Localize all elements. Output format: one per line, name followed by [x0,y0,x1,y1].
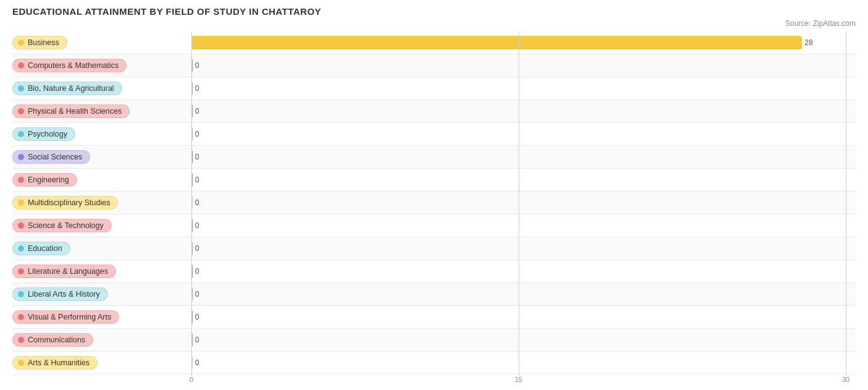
bar-container: 0 [191,237,856,260]
x-tick-label: 30 [842,376,849,383]
bar [191,196,193,210]
bar [191,104,193,118]
bar-value: 0 [195,290,199,299]
bar-container: 0 [191,169,856,191]
pill: Engineering [12,173,77,187]
pill: Arts & Humanities [12,356,98,370]
bar-container: 28 [191,32,856,54]
field-label: Business [28,38,59,47]
bar-row: Science & Technology 0 [12,214,856,237]
field-label: Physical & Health Sciences [28,107,122,116]
bar-container: 0 [191,146,856,168]
bar-row: Business 28 [12,32,856,54]
bar [191,287,193,301]
bar-row: Social Sciences 0 [12,146,856,169]
bar-value: 0 [195,221,199,230]
pill-dot [18,360,24,366]
pill-dot [18,291,24,297]
pill: Visual & Performing Arts [12,310,119,324]
field-label: Education [28,244,62,253]
pill: Bio, Nature & Agricultural [12,82,122,95]
pill-dot [18,314,24,320]
bar-label: Multidisciplinary Studies [12,196,191,210]
pill-dot [18,131,24,137]
pill: Science & Technology [12,219,112,232]
field-label: Computers & Mathematics [28,61,119,70]
bar-value: 0 [195,61,199,70]
pill-dot [18,337,24,343]
pill: Computers & Mathematics [12,59,127,72]
bar-label: Computers & Mathematics [12,59,191,72]
pill-dot [18,177,24,183]
bar-label: Liberal Arts & History [12,287,191,301]
bar-row: Liberal Arts & History 0 [12,283,856,306]
bar-value: 0 [195,130,199,138]
pill-dot [18,200,24,206]
bar [191,59,193,72]
pill-dot [18,40,24,46]
pill: Literature & Languages [12,265,116,278]
field-label: Engineering [28,176,69,184]
bar-container: 0 [191,100,856,122]
bar-label: Visual & Performing Arts [12,310,191,324]
bar-value: 0 [195,84,199,93]
field-label: Arts & Humanities [28,358,90,367]
bar-row: Psychology 0 [12,123,856,146]
bar-label: Education [12,242,191,255]
bar-container: 0 [191,214,856,237]
field-label: Multidisciplinary Studies [28,198,110,207]
bar-label: Business [12,36,191,49]
field-label: Communications [28,336,85,344]
pill: Liberal Arts & History [12,287,108,301]
source-label: Source: ZipAtlas.com [12,19,856,28]
bar-label: Literature & Languages [12,265,191,278]
field-label: Science & Technology [28,221,104,230]
pill: Psychology [12,127,75,141]
bar [191,219,193,232]
bar-row: Bio, Nature & Agricultural 0 [12,77,856,100]
bar-value: 0 [195,153,199,161]
bar-row: Literature & Languages 0 [12,260,856,283]
pill: Social Sciences [12,150,90,164]
x-tick-label: 0 [190,376,193,383]
bar-container: 0 [191,329,856,351]
bar-container: 0 [191,306,856,328]
bar-container: 0 [191,352,856,374]
bar [191,333,193,347]
pill: Multidisciplinary Studies [12,196,118,210]
pill-dot [18,223,24,229]
page-title: EDUCATIONAL ATTAINMENT BY FIELD OF STUDY… [12,6,856,17]
bar [191,356,193,370]
bar [191,310,193,324]
bar-container: 0 [191,260,856,282]
bar-value: 0 [195,313,199,321]
bar-label: Engineering [12,173,191,187]
bar-label: Science & Technology [12,219,191,232]
bar-row: Education 0 [12,237,856,260]
pill: Education [12,242,70,255]
field-label: Bio, Nature & Agricultural [28,84,114,93]
bar-container: 0 [191,283,856,305]
pill-dot [18,245,24,252]
field-label: Literature & Languages [28,267,108,276]
bar-value: 0 [195,176,199,184]
chart-area: Business 28 Computers & Mathematics 0 Bi… [12,32,856,388]
bar-row: Arts & Humanities 0 [12,352,856,375]
pill-dot [18,85,24,91]
pill-dot [18,154,24,160]
bar-value: 28 [804,38,812,47]
field-label: Liberal Arts & History [28,290,100,299]
bar [191,242,193,255]
bar-value: 0 [195,107,199,116]
bar-value: 0 [195,358,199,367]
bar-label: Arts & Humanities [12,356,191,370]
bar-value: 0 [195,336,199,344]
pill: Communications [12,333,93,347]
field-label: Social Sciences [28,153,82,161]
bar-row: Multidisciplinary Studies 0 [12,192,856,214]
pill-dot [18,62,24,69]
bar [191,82,193,95]
bar-row: Visual & Performing Arts 0 [12,306,856,329]
bar [191,150,193,164]
bar-container: 0 [191,123,856,145]
